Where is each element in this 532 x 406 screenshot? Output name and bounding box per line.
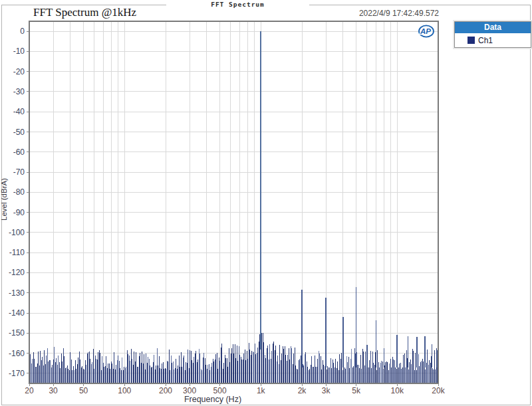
x-tick-label: 30	[49, 386, 58, 395]
y-tick-label: -130	[9, 288, 25, 298]
y-tick-label: -80	[13, 187, 25, 197]
y-tick-label: -20	[13, 67, 25, 76]
y-tick-label: -50	[13, 128, 25, 137]
y-tick-label: 0	[20, 27, 25, 36]
x-tick-label: 10k	[391, 386, 404, 395]
y-tick-label: -90	[13, 208, 25, 217]
x-tick-label: 2k	[298, 386, 307, 395]
x-tick-label: 200	[159, 386, 172, 395]
legend-item-ch1[interactable]: Ch1	[455, 33, 531, 47]
x-tick-label: 3k	[322, 386, 331, 395]
ch1-swatch-icon	[467, 37, 475, 44]
x-tick-label: 100	[118, 386, 131, 395]
plot-frame	[29, 21, 438, 383]
legend-header[interactable]: Data	[455, 22, 531, 33]
x-tick-label: 5k	[352, 386, 361, 395]
x-tick-label: 1k	[257, 386, 266, 395]
x-tick-label: 20k	[432, 386, 445, 395]
y-axis-title: Level (dBrA)	[0, 178, 8, 221]
ap-logo-icon: AP	[416, 24, 436, 39]
x-axis-title: Frequency (Hz)	[184, 395, 241, 404]
x-tick-label: 50	[79, 386, 88, 395]
x-tick-label: 500	[213, 386, 227, 395]
y-tick-label: -70	[13, 167, 25, 177]
y-tick-label: -150	[9, 328, 25, 338]
fft-spectrum-chart: 0-10-20-30-40-50-60-70-80-90-100-110-120…	[0, 0, 532, 406]
legend-panel: Data Ch1	[454, 21, 531, 48]
y-tick-label: -60	[13, 148, 25, 157]
y-tick-label: -10	[13, 47, 25, 56]
fft-spectrum-window: FFT Spectrum FFT Spectrum @1kHz 2022/4/9…	[0, 0, 532, 406]
y-tick-label: -170	[9, 369, 25, 378]
x-tick-label: 300	[183, 386, 196, 395]
y-tick-label: -160	[9, 349, 25, 358]
y-tick-label: -110	[9, 248, 25, 257]
y-tick-label: -100	[9, 228, 25, 237]
x-tick-label: 20	[25, 386, 34, 395]
y-tick-label: -40	[13, 107, 25, 116]
y-tick-label: -30	[13, 87, 25, 96]
ap-logo-text: AP	[420, 27, 431, 35]
y-tick-label: -120	[9, 268, 25, 277]
legend-item-label: Ch1	[478, 36, 493, 45]
y-tick-label: -140	[9, 308, 25, 318]
